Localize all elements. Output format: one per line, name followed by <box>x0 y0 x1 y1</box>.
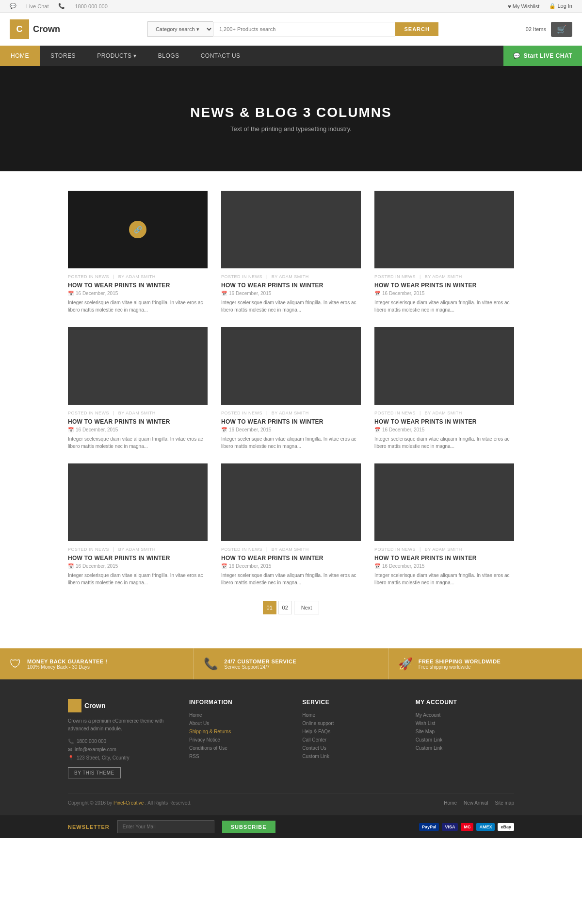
blog-category: POSTED IN NEWS <box>374 274 416 279</box>
footer-link-2-1[interactable]: Wish List <box>416 721 514 726</box>
blog-excerpt: Integer scelerisque diam vitae aliquam f… <box>374 299 514 314</box>
footer-link-0-3[interactable]: Privacy Notice <box>189 737 288 742</box>
blog-date: 📅 16 December, 2015 <box>221 563 361 569</box>
blog-meta: POSTED IN NEWS | BY ADAM SMITH <box>374 411 514 415</box>
blog-image[interactable] <box>374 191 514 268</box>
footer-logo-text: Crown <box>84 702 106 710</box>
blog-image[interactable]: 🔗 <box>68 191 208 268</box>
live-chat-button[interactable]: 💬 Start LIVE CHAT <box>503 46 582 66</box>
blog-title[interactable]: HOW TO WEAR PRINTS IN WINTER <box>68 282 208 289</box>
footer-link-2-0[interactable]: My Account <box>416 712 514 718</box>
blog-title[interactable]: HOW TO WEAR PRINTS IN WINTER <box>221 282 361 289</box>
payment-icon-amex: AMEX <box>476 823 495 831</box>
top-bar-left: 💬 Live Chat 📞 1800 000 000 <box>10 3 108 9</box>
hero-subtitle: Text of the printing and typesetting ind… <box>10 125 572 132</box>
nav-contact[interactable]: CONTACT US <box>190 46 251 66</box>
payment-icon-visa: VISA <box>442 823 458 831</box>
next-page-button[interactable]: Next <box>294 601 320 614</box>
wishlist-link[interactable]: ♥ My Wishlist <box>508 3 539 9</box>
login-link[interactable]: 🔒 Log In <box>549 3 572 9</box>
footer-link-1-3[interactable]: Call Center <box>302 737 401 742</box>
footer-link-0-1[interactable]: About Us <box>189 721 288 726</box>
newsletter-input[interactable] <box>117 820 214 833</box>
blog-title[interactable]: HOW TO WEAR PRINTS IN WINTER <box>68 418 208 425</box>
blog-meta: POSTED IN NEWS | BY ADAM SMITH <box>374 547 514 552</box>
lock-icon: 🔒 <box>549 3 556 9</box>
blog-card-1: 🔗 POSTED IN NEWS | BY ADAM SMITH HOW TO … <box>68 191 208 314</box>
cart-count: 02 Items <box>526 26 546 32</box>
footer-bottom-link-0[interactable]: Home <box>444 800 457 806</box>
blog-image[interactable] <box>221 327 361 405</box>
nav-blogs[interactable]: BLOGS <box>147 46 190 66</box>
footer-link-2-3[interactable]: Custom Link <box>416 737 514 742</box>
blog-image[interactable] <box>221 463 361 541</box>
blog-date: 📅 16 December, 2015 <box>221 291 361 296</box>
footer-brand-link[interactable]: Pixel-Creative <box>113 800 144 806</box>
page-1-button[interactable]: 01 <box>263 601 276 614</box>
calendar-icon: 📅 <box>68 563 74 569</box>
blog-title[interactable]: HOW TO WEAR PRINTS IN WINTER <box>374 555 514 561</box>
footer-link-1-2[interactable]: Help & FAQs <box>302 729 401 734</box>
blog-meta: POSTED IN NEWS | BY ADAM SMITH <box>221 411 361 415</box>
feature-title-1: 24/7 CUSTOMER SERVICE <box>224 659 296 664</box>
features-banner: 🛡 MONEY BACK GUARANTEE ! 100% Money Back… <box>0 648 582 679</box>
page-2-button[interactable]: 02 <box>278 601 292 614</box>
blog-date: 📅 16 December, 2015 <box>374 291 514 296</box>
search-input[interactable] <box>213 22 396 36</box>
theme-button[interactable]: BY THIS THEME <box>68 767 121 778</box>
blog-excerpt: Integer scelerisque diam vitae aliquam f… <box>221 435 361 450</box>
footer-link-0-5[interactable]: RSS <box>189 754 288 759</box>
footer-phone: 📞 1800 000 000 <box>68 739 175 744</box>
chat-icon: 💬 <box>10 3 16 9</box>
footer-link-2-4[interactable]: Custom Link <box>416 745 514 751</box>
cart-button[interactable]: 🛒 <box>551 22 572 37</box>
nav-stores[interactable]: STORES <box>40 46 86 66</box>
blog-image[interactable] <box>374 327 514 405</box>
blog-image[interactable] <box>221 191 361 268</box>
footer-link-0-2[interactable]: Shipping & Returns <box>189 729 288 734</box>
blog-category: POSTED IN NEWS <box>374 411 416 415</box>
footer-link-2-2[interactable]: Site Map <box>416 729 514 734</box>
blog-date: 📅 16 December, 2015 <box>68 291 208 296</box>
blog-author: BY ADAM SMITH <box>425 411 462 415</box>
blog-title[interactable]: HOW TO WEAR PRINTS IN WINTER <box>68 555 208 561</box>
feature-text-2: FREE SHIPPING WORLDWIDE Free shipping wo… <box>419 659 501 670</box>
footer-link-0-4[interactable]: Conditions of Use <box>189 745 288 751</box>
blog-title[interactable]: HOW TO WEAR PRINTS IN WINTER <box>221 555 361 561</box>
footer-link-1-5[interactable]: Custom Link <box>302 754 401 759</box>
blog-title[interactable]: HOW TO WEAR PRINTS IN WINTER <box>374 282 514 289</box>
hero-title: NEWS & BLOG 3 COLUMNS <box>10 105 572 120</box>
logo[interactable]: C Crown <box>10 19 60 39</box>
blog-category: POSTED IN NEWS <box>68 411 109 415</box>
feature-sub-2: Free shipping worldwide <box>419 664 501 670</box>
blog-image[interactable] <box>68 327 208 405</box>
footer-bottom-link-1[interactable]: New Arrival <box>464 800 488 806</box>
blog-excerpt: Integer scelerisque diam vitae aliquam f… <box>68 572 208 586</box>
blog-meta: POSTED IN NEWS | BY ADAM SMITH <box>68 411 208 415</box>
footer-col-0: INFORMATIONHomeAbout UsShipping & Return… <box>189 699 288 778</box>
newsletter-subscribe-button[interactable]: SUBSCRIBE <box>222 821 275 833</box>
nav-products[interactable]: PRODUCTS ▾ <box>86 46 147 66</box>
feature-text-1: 24/7 CUSTOMER SERVICE Service Support 24… <box>224 659 296 670</box>
blog-card-8: POSTED IN NEWS | BY ADAM SMITH HOW TO WE… <box>221 463 361 586</box>
nav-home[interactable]: HOME <box>0 46 40 66</box>
blog-date: 📅 16 December, 2015 <box>68 563 208 569</box>
footer-link-0-0[interactable]: Home <box>189 712 288 718</box>
blog-category: POSTED IN NEWS <box>221 411 262 415</box>
newsletter-bar: NEWSLETTER SUBSCRIBE PayPalVISAMCAMEXeBa… <box>0 815 582 838</box>
blog-image[interactable] <box>68 463 208 541</box>
blog-image[interactable] <box>374 463 514 541</box>
blog-card-2: POSTED IN NEWS | BY ADAM SMITH HOW TO WE… <box>221 191 361 314</box>
footer-link-1-0[interactable]: Home <box>302 712 401 718</box>
category-select[interactable]: Category search ▾ <box>147 21 213 37</box>
blog-title[interactable]: HOW TO WEAR PRINTS IN WINTER <box>221 418 361 425</box>
footer-col-title-1: SERVICE <box>302 699 401 706</box>
blog-excerpt: Integer scelerisque diam vitae aliquam f… <box>68 299 208 314</box>
footer-col-2: MY ACCOUNTMy AccountWish ListSite MapCus… <box>416 699 514 778</box>
search-button[interactable]: SEARCH <box>395 22 438 36</box>
footer-bottom-link-2[interactable]: Site map <box>495 800 514 806</box>
blog-card-7: POSTED IN NEWS | BY ADAM SMITH HOW TO WE… <box>68 463 208 586</box>
footer-link-1-4[interactable]: Contact Us <box>302 745 401 751</box>
blog-title[interactable]: HOW TO WEAR PRINTS IN WINTER <box>374 418 514 425</box>
footer-link-1-1[interactable]: Online support <box>302 721 401 726</box>
